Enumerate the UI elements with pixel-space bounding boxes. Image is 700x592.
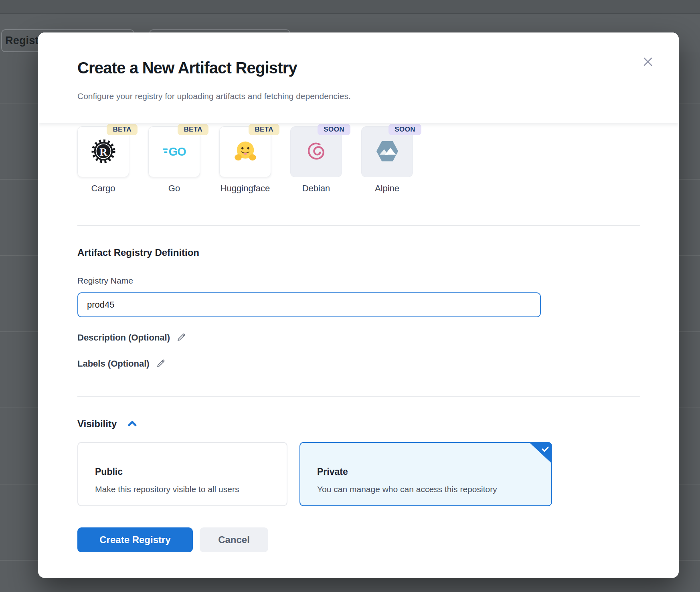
format-label: Debian [302,183,330,194]
modal-header: Create a New Artifact Registry Configure… [38,32,679,123]
format-badge: SOON [388,124,421,135]
format-option-huggingface[interactable]: BETA Huggingface [219,126,271,194]
format-label: Go [168,183,180,194]
visibility-option-title: Private [317,466,551,478]
format-option-alpine: SOON Alpine [361,126,413,194]
pencil-icon [156,359,166,369]
svg-text:R: R [99,146,107,158]
registry-name-label: Registry Name [77,276,640,286]
divider [77,396,640,397]
create-registry-modal: Create a New Artifact Registry Configure… [38,32,679,578]
close-button[interactable] [641,55,655,69]
selected-corner-badge [529,442,552,464]
format-label: Cargo [91,183,115,194]
debian-icon [304,139,328,165]
close-icon [641,64,655,70]
pencil-icon [176,332,186,343]
format-label: Huggingface [221,183,270,194]
cancel-button[interactable]: Cancel [200,527,268,552]
visibility-option-title: Public [95,466,287,478]
registry-name-input[interactable] [77,292,541,317]
format-option-debian: SOON Debian [290,126,342,194]
labels-optional-label: Labels (Optional) [77,358,150,370]
visibility-option-description: You can manage who can access this repos… [317,483,551,495]
format-badge: BETA [178,124,208,135]
divider [77,225,640,226]
modal-content: BETA R Cargo BETA GO Go [38,126,679,552]
definition-section-heading: Artifact Registry Definition [77,247,640,259]
format-badge: BETA [249,124,279,135]
description-optional-label: Description (Optional) [77,332,170,344]
huggingface-icon [233,139,258,165]
format-list: BETA R Cargo BETA GO Go [77,126,640,194]
visibility-option-public[interactable]: Public Make this repository visible to a… [77,442,287,506]
modal-subtitle: Configure your registry for uploading ar… [77,91,639,101]
modal-title: Create a New Artifact Registry [77,58,639,77]
format-option-cargo[interactable]: BETA R Cargo [77,126,129,194]
alpine-icon [375,139,400,165]
edit-labels-button[interactable] [156,359,166,369]
cargo-icon: R [91,139,116,165]
visibility-option-private[interactable]: Private You can manage who can access th… [299,442,552,506]
format-label: Alpine [375,183,399,194]
svg-text:GO: GO [168,145,186,158]
create-registry-button[interactable]: Create Registry [77,527,193,552]
visibility-section-heading: Visibility [77,418,117,430]
format-badge: BETA [107,124,138,135]
format-option-go[interactable]: BETA GO Go [148,126,200,194]
collapse-visibility-button[interactable] [127,418,138,430]
format-badge: SOON [318,124,350,135]
background-top-bar [0,0,700,14]
edit-description-button[interactable] [176,332,186,343]
visibility-option-description: Make this repository visible to all user… [95,483,287,495]
chevron-up-icon [127,418,138,430]
go-icon: GO [162,139,187,165]
